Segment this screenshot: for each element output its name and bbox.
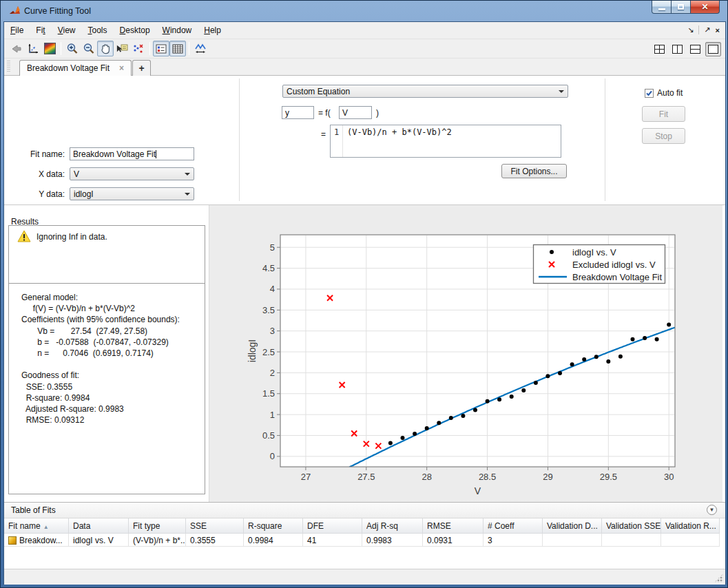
results-panel[interactable]: Ignoring Inf in data. General model: f(V… bbox=[8, 225, 205, 494]
datatip-button[interactable] bbox=[114, 41, 130, 56]
fit-name-input[interactable]: Breakdown Voltage Fit bbox=[70, 147, 194, 160]
toolbar-separator bbox=[149, 42, 150, 55]
dock-icon[interactable]: ↘ bbox=[687, 25, 694, 34]
close-panel-icon[interactable]: × bbox=[716, 26, 720, 34]
table-cell[interactable]: 0.9984 bbox=[244, 534, 303, 547]
legend-icon bbox=[155, 43, 167, 55]
close-icon: ✕ bbox=[701, 2, 708, 12]
fit-color-swatch bbox=[8, 536, 17, 545]
column-header-validation-r[interactable]: Validation R... bbox=[661, 518, 720, 534]
independent-variable-input[interactable]: V bbox=[339, 106, 372, 119]
table-cell[interactable] bbox=[661, 534, 720, 547]
column-header-adj-r-sq[interactable]: Adj R-sq bbox=[362, 518, 423, 534]
exclude-outliers-button[interactable] bbox=[130, 41, 147, 56]
layout-top-bottom-button[interactable] bbox=[687, 42, 703, 56]
table-cell[interactable]: 0.3555 bbox=[186, 534, 244, 547]
equation-code[interactable]: (V-Vb)/n + b*(V-Vb)^2 bbox=[347, 127, 452, 137]
column-header-rmse[interactable]: RMSE bbox=[423, 518, 483, 534]
y-axis-label: idlogI bbox=[247, 339, 258, 362]
data-point-marker bbox=[655, 337, 659, 342]
table-cell[interactable]: idlogI vs. V bbox=[69, 534, 129, 547]
dependent-variable-input[interactable]: y bbox=[282, 106, 314, 119]
collapse-table-button[interactable]: ▼ bbox=[707, 505, 717, 515]
column-header-r-square[interactable]: R-square bbox=[244, 518, 303, 534]
layout-left-right-button[interactable] bbox=[669, 42, 685, 56]
menu-help[interactable]: Help bbox=[198, 22, 227, 35]
column-header-dfe[interactable]: DFE bbox=[303, 518, 362, 534]
y-data-select[interactable]: idlogI bbox=[70, 187, 194, 200]
results-divider bbox=[9, 283, 205, 284]
close-button[interactable]: ✕ bbox=[691, 1, 720, 14]
custom-equation-editor[interactable]: 1 (V-Vb)/n + b*(V-Vb)^2 bbox=[330, 125, 561, 158]
menu-view[interactable]: View bbox=[52, 22, 82, 35]
menu-desktop[interactable]: Desktop bbox=[114, 22, 156, 35]
data-point-marker bbox=[606, 359, 610, 364]
results-warning: Ignoring Inf in data. bbox=[37, 232, 107, 242]
minimize-button[interactable] bbox=[652, 1, 672, 14]
menu-fit[interactable]: Fit bbox=[30, 22, 51, 35]
table-of-fits-header[interactable]: Table of Fits ▼ bbox=[4, 503, 725, 518]
table-cell[interactable]: 0.9983 bbox=[362, 534, 423, 547]
y-tick-label: 1.5 bbox=[262, 388, 275, 399]
table-cell[interactable]: Breakdow... bbox=[4, 534, 69, 547]
client-area: FileFitViewToolsDesktopWindowHelp ↘ ↗ × bbox=[3, 21, 726, 585]
adjust-axes-limits-button[interactable] bbox=[192, 41, 209, 56]
results-text: General model: f(V) = (V-Vb)/n + b*(V-Vb… bbox=[21, 292, 180, 426]
column-header-fit-type[interactable]: Fit type bbox=[129, 518, 186, 534]
column-header-sse[interactable]: SSE bbox=[186, 518, 244, 534]
stop-button[interactable]: Stop bbox=[642, 128, 685, 144]
y-tick-label: 2 bbox=[270, 368, 275, 378]
resize-grip[interactable] bbox=[714, 574, 723, 582]
fit-plot[interactable]: 2727.52828.52929.53000.511.522.533.544.5… bbox=[209, 205, 723, 502]
tab-close-icon[interactable]: × bbox=[119, 63, 124, 73]
table-cell[interactable]: 3 bbox=[483, 534, 543, 547]
column-header-coeff[interactable]: # Coeff bbox=[483, 518, 543, 534]
colormap-button[interactable] bbox=[41, 41, 58, 56]
zoom-out-button[interactable] bbox=[81, 41, 97, 56]
tabbar-grip[interactable] bbox=[7, 61, 10, 73]
print-to-figure-icon bbox=[10, 43, 23, 55]
column-header-validation-sse[interactable]: Validation SSE bbox=[602, 518, 661, 534]
data-point-marker bbox=[631, 337, 635, 342]
data-point-marker bbox=[545, 374, 550, 378]
close-paren-label: ) bbox=[376, 108, 379, 118]
maximize-button[interactable] bbox=[672, 1, 691, 14]
menu-window[interactable]: Window bbox=[156, 22, 198, 35]
table-cell[interactable]: 41 bbox=[303, 534, 362, 547]
pan-button[interactable] bbox=[97, 41, 114, 56]
table-row[interactable]: Breakdow...idlogI vs. V(V-Vb)/n + b*...0… bbox=[4, 534, 720, 547]
checkmark-icon bbox=[645, 90, 653, 97]
column-header-fit-name[interactable]: Fit name▲ bbox=[4, 518, 69, 534]
fit-options-button[interactable]: Fit Options... bbox=[501, 164, 567, 178]
menu-tools[interactable]: Tools bbox=[82, 22, 114, 35]
title-bar[interactable]: Curve Fitting Tool ✕ bbox=[1, 1, 727, 21]
data-point-marker bbox=[521, 388, 526, 392]
y-tick-label: 4 bbox=[270, 284, 275, 294]
grid-toggle-button[interactable] bbox=[169, 41, 186, 56]
panel-separator bbox=[605, 78, 605, 201]
legend-toggle-button[interactable] bbox=[153, 41, 169, 56]
layout-tiled-icon bbox=[654, 45, 665, 54]
menu-file[interactable]: File bbox=[4, 22, 30, 35]
axes-button[interactable] bbox=[25, 41, 41, 56]
table-cell[interactable]: (V-Vb)/n + b*... bbox=[129, 534, 186, 547]
tab-breakdown-voltage-fit[interactable]: Breakdown Voltage Fit × bbox=[19, 60, 132, 76]
data-point-marker bbox=[618, 355, 623, 359]
auto-fit-checkbox[interactable] bbox=[645, 89, 654, 98]
zoom-in-button[interactable] bbox=[64, 41, 81, 56]
table-cell[interactable] bbox=[602, 534, 661, 547]
fit-button[interactable]: Fit bbox=[642, 106, 685, 122]
column-header-validation-d[interactable]: Validation D... bbox=[543, 518, 602, 534]
x-data-select[interactable]: V bbox=[70, 167, 194, 180]
new-tab-button[interactable]: + bbox=[132, 60, 151, 76]
y-tick-label: 4.5 bbox=[262, 263, 275, 273]
table-cell[interactable] bbox=[543, 534, 602, 547]
table-cell[interactable]: 0.0931 bbox=[423, 534, 483, 547]
layout-tiled-button[interactable] bbox=[652, 42, 667, 56]
print-to-figure-button[interactable] bbox=[8, 41, 25, 56]
layout-single-button[interactable] bbox=[705, 42, 721, 56]
fit-type-select[interactable]: Custom Equation bbox=[282, 85, 568, 98]
column-header-data[interactable]: Data bbox=[69, 518, 129, 534]
undock-icon[interactable]: ↗ bbox=[704, 25, 710, 34]
menu-bar: FileFitViewToolsDesktopWindowHelp ↘ ↗ × bbox=[4, 22, 725, 39]
